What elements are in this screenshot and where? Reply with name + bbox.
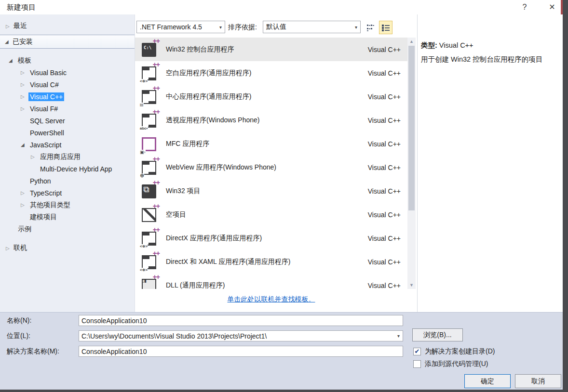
tree-item-visual-fsharp[interactable]: Visual F# bbox=[0, 103, 135, 115]
tree-item-powershell[interactable]: PowerShell bbox=[0, 127, 135, 139]
chevron-expanded-icon bbox=[5, 39, 13, 44]
list-view-icon bbox=[382, 24, 390, 31]
chevron-collapsed-icon bbox=[6, 246, 14, 251]
create-directory-checkbox[interactable]: ✔ 为解决方案创建目录(D) bbox=[413, 347, 495, 356]
template-row-dll[interactable]: ▯▮++ DLL (通用应用程序) Visual C++ bbox=[135, 274, 407, 289]
type-value: Visual C++ bbox=[437, 41, 473, 49]
small-icons-view-icon bbox=[367, 24, 374, 31]
template-row-blank-app[interactable]: <⊕>++ 空白应用程序(通用应用程序) Visual C++ bbox=[135, 61, 407, 85]
tree-item-modeling-projects[interactable]: 建模项目 bbox=[0, 211, 135, 223]
scroll-down-icon[interactable]: ▼ bbox=[407, 281, 416, 289]
chevron-expanded-icon bbox=[21, 142, 28, 147]
small-icons-view-button[interactable] bbox=[364, 21, 377, 34]
hub-app-icon: ▤++ bbox=[141, 89, 157, 105]
template-row-win32-console[interactable]: C:\++ Win32 控制台应用程序 Visual C++ bbox=[135, 38, 407, 61]
sidebar-item-online[interactable]: 联机 bbox=[6, 243, 27, 253]
tree-item-sql-server[interactable]: SQL Server bbox=[0, 115, 135, 127]
list-view-button[interactable] bbox=[379, 21, 392, 34]
template-details-panel: 类型: Visual C++ 用于创建 Win32 控制台应用程序的项目 bbox=[417, 14, 563, 312]
checkbox-box[interactable]: ✔ bbox=[413, 348, 421, 355]
framework-dropdown[interactable]: .NET Framework 4.5 ▾ bbox=[136, 21, 225, 33]
chevron-expanded-icon bbox=[9, 58, 16, 63]
directx-xaml-app-icon: <⊕>++ bbox=[141, 254, 157, 270]
name-label: 名称(N): bbox=[7, 316, 31, 325]
webview-app-icon: ⊕++ bbox=[141, 159, 157, 176]
chevron-down-icon[interactable]: ▾ bbox=[394, 333, 403, 339]
checkbox-label: 为解决方案创建目录(D) bbox=[425, 347, 495, 356]
category-sidebar: 最近 已安装 模板 Visual Basic Visual C# Visual … bbox=[0, 14, 135, 312]
sidebar-item-recent[interactable]: 最近 bbox=[6, 21, 27, 31]
ok-button[interactable]: 确定 bbox=[464, 374, 511, 388]
mfc-app-icon: ▣▫ bbox=[141, 136, 157, 152]
template-row-mfc-app[interactable]: ▣▫ MFC 应用程序 Visual C++ bbox=[135, 132, 407, 156]
solution-name-input[interactable] bbox=[79, 346, 403, 357]
blank-app-icon: <⊕>++ bbox=[141, 65, 157, 81]
location-combobox: ▾ bbox=[79, 330, 403, 341]
project-form: 名称(N): 位置(L): ▾ 浏览(B)... 解决方案名称(M): ✔ 为解… bbox=[0, 312, 563, 390]
template-row-win32-project[interactable]: ⧉++ Win32 项目 Visual C++ bbox=[135, 179, 407, 203]
chevron-collapsed-icon bbox=[21, 94, 28, 99]
template-row-directx-xaml-app[interactable]: <⊕>++ DirectX 和 XAML 应用程序(通用应用程序) Visual… bbox=[135, 250, 407, 274]
solution-name-label: 解决方案名称(M): bbox=[7, 347, 59, 356]
template-row-empty-project[interactable]: ++ 空项目 Visual C++ bbox=[135, 203, 407, 226]
directx-app-icon: <⊕>++ bbox=[141, 230, 157, 247]
chevron-down-icon: ▾ bbox=[355, 25, 357, 30]
scrollbar-thumb[interactable] bbox=[408, 46, 415, 210]
scroll-up-icon[interactable]: ▲ bbox=[407, 38, 416, 45]
location-input[interactable] bbox=[79, 331, 394, 341]
chevron-collapsed-icon bbox=[21, 70, 28, 75]
chevron-collapsed-icon bbox=[6, 24, 14, 29]
tree-item-javascript[interactable]: JavaScript bbox=[0, 139, 135, 151]
sidebar-item-label: 已安装 bbox=[13, 38, 33, 46]
browse-button[interactable]: 浏览(B)... bbox=[412, 328, 463, 341]
template-row-pivot-app[interactable]: abc▪++ 透视应用程序(Windows Phone) Visual C++ bbox=[135, 108, 407, 132]
tree-item-samples[interactable]: 示例 bbox=[0, 223, 135, 235]
template-category-tree: 模板 Visual Basic Visual C# Visual C++ Vis… bbox=[0, 54, 135, 235]
console-window-icon: C:\++ bbox=[141, 41, 157, 58]
location-label: 位置(L): bbox=[7, 332, 30, 340]
chevron-collapsed-icon bbox=[31, 154, 39, 159]
tree-item-typescript[interactable]: TypeScript bbox=[0, 187, 135, 199]
type-label: 类型: bbox=[421, 41, 437, 49]
tree-item-visual-cpp[interactable]: Visual C++ bbox=[0, 91, 135, 103]
online-link-row: 单击此处以联机并查找模板。 bbox=[135, 289, 407, 311]
sidebar-item-installed[interactable]: 已安装 bbox=[0, 35, 135, 49]
dll-icon: ▯▮++ bbox=[141, 277, 157, 289]
name-input[interactable] bbox=[79, 315, 403, 326]
empty-project-icon: ++ bbox=[141, 207, 157, 223]
chevron-down-icon: ▾ bbox=[219, 25, 222, 30]
checkmark-icon: ✔ bbox=[415, 348, 420, 355]
template-description: 用于创建 Win32 控制台应用程序的项目 bbox=[421, 55, 561, 64]
cancel-button[interactable]: 取消 bbox=[515, 374, 561, 388]
pivot-app-icon: abc▪++ bbox=[141, 112, 157, 129]
tree-item-multi-device-hybrid-app[interactable]: Multi-Device Hybrid App bbox=[0, 163, 135, 175]
tree-item-templates[interactable]: 模板 bbox=[0, 54, 135, 66]
find-templates-online-link[interactable]: 单击此处以联机并查找模板。 bbox=[228, 295, 315, 304]
tree-item-visual-csharp[interactable]: Visual C# bbox=[0, 78, 135, 91]
sort-by-label: 排序依据: bbox=[228, 23, 257, 32]
template-type-line: 类型: Visual C++ bbox=[421, 41, 473, 50]
close-icon[interactable]: ✕ bbox=[545, 2, 559, 13]
help-icon[interactable]: ? bbox=[517, 2, 532, 13]
sort-dropdown[interactable]: 默认值 ▾ bbox=[263, 21, 361, 33]
dialog-title: 新建项目 bbox=[7, 3, 36, 12]
list-scrollbar[interactable]: ▲ ▼ bbox=[407, 38, 416, 289]
sidebar-item-label: 最近 bbox=[14, 22, 27, 30]
chevron-collapsed-icon bbox=[21, 106, 28, 111]
tree-item-visual-basic[interactable]: Visual Basic bbox=[0, 66, 135, 78]
source-control-checkbox[interactable]: 添加到源代码管理(U) bbox=[413, 360, 488, 368]
sidebar-item-label: 联机 bbox=[14, 244, 27, 252]
chevron-collapsed-icon bbox=[21, 202, 28, 208]
tree-item-python[interactable]: Python bbox=[0, 175, 135, 187]
new-project-dialog: 新建项目 ? ✕ 最近 已安装 模板 Visual Basic Visual C… bbox=[0, 0, 563, 390]
tree-item-store-apps[interactable]: 应用商店应用 bbox=[0, 151, 135, 163]
chevron-collapsed-icon bbox=[21, 190, 28, 196]
checkbox-label: 添加到源代码管理(U) bbox=[425, 360, 488, 368]
template-row-hub-app[interactable]: ▤++ 中心应用程序(通用应用程序) Visual C++ bbox=[135, 85, 407, 108]
tree-item-other-project-types[interactable]: 其他项目类型 bbox=[0, 199, 135, 211]
checkbox-box[interactable] bbox=[413, 360, 421, 368]
template-row-webview-app[interactable]: ⊕++ WebView 应用程序(Windows Phone) Visual C… bbox=[135, 156, 407, 179]
chevron-collapsed-icon bbox=[21, 82, 28, 87]
template-row-directx-app[interactable]: <⊕>++ DirectX 应用程序(通用应用程序) Visual C++ bbox=[135, 226, 407, 250]
template-list: C:\++ Win32 控制台应用程序 Visual C++ <⊕>++ 空白应… bbox=[135, 38, 407, 289]
